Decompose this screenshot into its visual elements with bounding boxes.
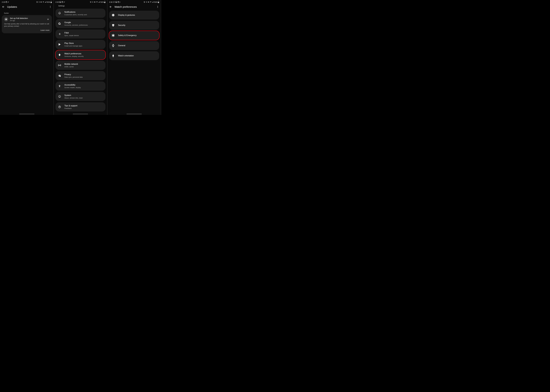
notification-card-fall-detection[interactable]: Set up Fall detection 2m ago Get help qu…	[2, 15, 52, 33]
watch-icon	[111, 44, 115, 47]
settings-item-mobile-network[interactable]: Mobile network eSIM, carrier	[56, 61, 106, 70]
svg-point-20	[59, 34, 60, 35]
svg-rect-50	[113, 57, 114, 57]
status-bar: 2:15 51%	[0, 0, 54, 4]
back-button[interactable]	[109, 5, 112, 8]
svg-point-10	[60, 2, 60, 2]
svg-point-19	[59, 34, 60, 34]
music-note-icon	[8, 1, 9, 3]
list-item-title: Mobile network	[64, 63, 103, 65]
wifi-icon	[150, 1, 152, 3]
svg-point-21	[60, 33, 60, 33]
list-item-title: Tips & support	[64, 105, 103, 107]
antenna-icon	[58, 63, 61, 67]
list-item-title: Play Store	[64, 42, 103, 45]
svg-point-17	[59, 34, 59, 34]
svg-point-28	[59, 65, 60, 65]
google-g-icon	[58, 22, 61, 25]
settings-item-tips-support[interactable]: Tips & support Feedback	[56, 102, 106, 112]
svg-rect-4	[51, 1, 51, 1]
settings-item-play-store[interactable]: Play Store Install and manage apps	[56, 40, 106, 49]
settings-breadcrumb[interactable]: Settings	[54, 4, 107, 9]
screen-settings: 2:15 51% Settings Notifications Customiz…	[54, 0, 107, 115]
status-time: 2:15	[56, 1, 59, 3]
status-bar: 2:16 • 51%	[107, 0, 161, 4]
pref-item-safety-emergency[interactable]: Safety & Emergency	[109, 31, 159, 40]
settings-item-privacy[interactable]: Privacy Data sync, personal data	[56, 71, 106, 80]
svg-point-44	[157, 7, 158, 7]
screenshot-icon	[118, 1, 119, 3]
settings-item-fitbit[interactable]: Fitbit Sync, unpair device	[56, 29, 106, 39]
more-vert-icon	[49, 6, 52, 8]
pref-item-display-gestures[interactable]: Display & gestures	[109, 11, 159, 20]
screen-watch-preferences: 2:16 • 51% Watch preferences	[107, 0, 161, 115]
card-learn-more-link[interactable]: Learn more	[4, 29, 50, 31]
nav-gesture-bar[interactable]	[19, 114, 35, 114]
privacy-eye-icon	[58, 74, 61, 77]
image-icon	[59, 1, 61, 3]
list-item-subtitle: Screen reader, display	[64, 87, 103, 89]
list-item-subtitle: Feedback	[64, 107, 103, 109]
fall-detection-avatar	[4, 17, 8, 21]
nav-gesture-bar[interactable]	[127, 114, 142, 114]
section-label-earlier: Earlier	[0, 12, 54, 15]
card-close-button[interactable]	[46, 18, 50, 21]
list-item-title: Fitbit	[64, 32, 103, 34]
status-bar: 2:15 51%	[54, 0, 107, 4]
brightness-icon	[111, 13, 115, 17]
fitbit-icon	[58, 32, 61, 36]
page-title: Updates	[7, 5, 49, 8]
svg-point-24	[60, 34, 60, 35]
list-item-title: System	[64, 94, 103, 97]
settings-item-notifications[interactable]: Notifications Customize alerts, recently…	[56, 9, 106, 18]
battery-percent: 51%	[100, 1, 104, 3]
svg-rect-31	[60, 76, 60, 77]
svg-point-25	[60, 35, 60, 35]
screenshot-icon	[6, 1, 7, 3]
asterisk-icon	[5, 18, 7, 21]
list-item-subtitle: Sync, unpair device	[64, 35, 103, 36]
svg-point-22	[60, 34, 60, 34]
pref-item-watch-orientation[interactable]: Watch orientation	[109, 51, 159, 60]
overflow-menu-button[interactable]	[49, 5, 52, 8]
info-icon	[58, 95, 61, 98]
alarm-icon	[143, 1, 145, 3]
settings-item-system[interactable]: System About, version info, reset	[56, 92, 106, 101]
svg-rect-15	[105, 1, 105, 1]
settings-item-accessibility[interactable]: Accessibility Screen reader, display	[56, 82, 106, 91]
settings-item-google[interactable]: Google Accounts, services, preferences	[56, 19, 106, 28]
list-item-subtitle: About, version info, reset	[64, 97, 103, 99]
bluetooth-icon	[38, 1, 40, 3]
watch-preferences-list: Display & gestures Security Safety & Eme…	[107, 11, 161, 60]
mute-icon	[94, 1, 96, 3]
music-note-icon	[64, 1, 65, 3]
status-time: 2:15	[2, 1, 5, 3]
battery-icon	[104, 1, 105, 3]
list-item-subtitle: Customize alerts, recently sent	[64, 14, 103, 16]
pref-item-security[interactable]: Security	[109, 21, 159, 30]
arrow-left-icon	[2, 6, 5, 8]
alarm-icon	[90, 1, 92, 3]
screen-updates: 2:15 51% Updates Earlier	[0, 0, 54, 115]
svg-point-46	[113, 14, 114, 16]
svg-rect-1	[6, 2, 7, 3]
battery-percent: 51%	[154, 1, 157, 3]
page-title: Watch preferences	[114, 5, 156, 8]
svg-point-7	[50, 7, 50, 7]
svg-rect-12	[62, 2, 63, 3]
arrow-left-icon	[109, 6, 112, 8]
mute-icon	[40, 1, 42, 3]
pref-item-general[interactable]: General	[109, 41, 159, 50]
signal-icon	[98, 1, 100, 3]
settings-item-watch-preferences[interactable]: Watch preferences Gestures, display, sec…	[56, 50, 106, 59]
overflow-menu-button[interactable]	[156, 5, 159, 8]
list-item-subtitle: Gestures, display, security	[64, 55, 103, 57]
close-icon	[47, 18, 49, 21]
battery-percent: 51%	[47, 1, 50, 3]
settings-list: Notifications Customize alerts, recently…	[54, 9, 107, 112]
nav-gesture-bar[interactable]	[73, 114, 88, 114]
svg-point-47	[112, 45, 114, 46]
svg-point-43	[157, 6, 158, 6]
image-icon	[115, 1, 117, 3]
back-button[interactable]	[2, 5, 5, 8]
